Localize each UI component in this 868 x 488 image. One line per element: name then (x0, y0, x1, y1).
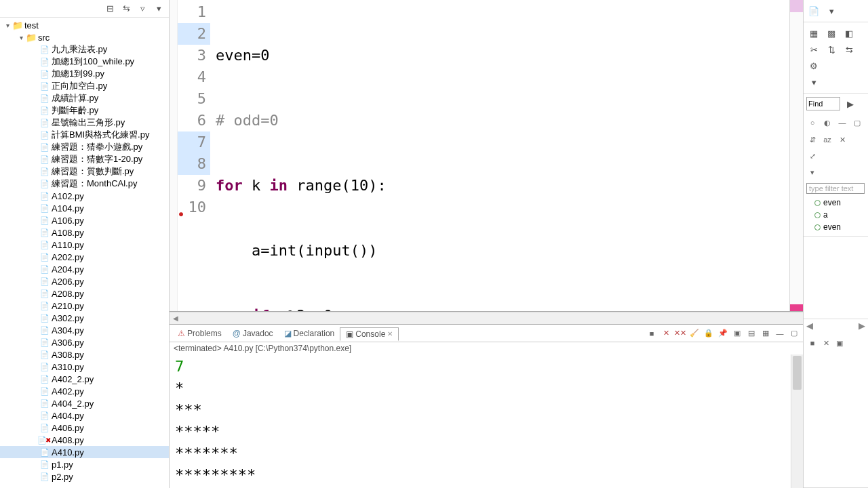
prev-icon[interactable]: ◀ (806, 321, 813, 331)
tree-file[interactable]: 📄練習題：猜數字1-20.py (0, 153, 169, 165)
close-icon[interactable]: ✕ (387, 330, 393, 338)
outline-filter[interactable] (806, 183, 865, 194)
tree-file[interactable]: 📄練習題：猜拳小遊戲.py (0, 141, 169, 153)
tree-file[interactable]: 📄A406.py (0, 422, 169, 434)
tree-src[interactable]: ▾ 📁 src (0, 31, 169, 43)
tree-file[interactable]: 📄加總1到99.py (0, 68, 169, 80)
tree-file[interactable]: 📄計算BMI與格式化練習.py (0, 129, 169, 141)
chevron-down-icon[interactable]: ▾ (16, 34, 26, 41)
tree-file[interactable]: 📄A104.py (0, 202, 169, 214)
outline-btn[interactable]: ◐ (821, 117, 833, 129)
outline-btn[interactable]: ○ (806, 117, 818, 129)
tab-javadoc[interactable]: @Javadoc (227, 327, 279, 340)
tab-problems[interactable]: ⚠Problems (172, 327, 227, 340)
tree-file[interactable]: 📄成績計算.py (0, 92, 169, 104)
chevron-down-icon[interactable]: ▾ (806, 75, 821, 89)
outline-symbol[interactable]: even (806, 197, 865, 209)
toggle-icon[interactable]: ◧ (842, 26, 856, 41)
tree-file[interactable]: 📄A108.py (0, 226, 169, 239)
tree-file[interactable]: 📄練習題：質數判斷.py (0, 165, 169, 178)
tree-file[interactable]: 📄A404.py (0, 409, 169, 422)
view-menu-icon[interactable]: ▿ (136, 3, 149, 15)
scroll-left-icon[interactable]: ◀ (170, 313, 182, 324)
tree-file[interactable]: 📄A210.py (0, 300, 169, 312)
new-icon[interactable]: 📄 (806, 3, 821, 18)
tree-file[interactable]: 📄A102.py (0, 190, 169, 202)
pin-icon[interactable]: 📌 (717, 327, 729, 340)
tab-declaration[interactable]: ◪Declaration (279, 327, 340, 340)
tree-file[interactable]: 📄A304.py (0, 324, 169, 336)
file-tree[interactable]: ▾ 📁 test ▾ 📁 src 📄九九乘法表.py📄加總1到100_while… (0, 18, 169, 488)
console-ctrl-icon[interactable]: ✕ (820, 337, 832, 349)
dropdown-icon[interactable]: ▾ (824, 3, 839, 18)
code-area[interactable]: even=0 # odd=0 for k in range(10): a=int… (210, 0, 789, 311)
tree-file[interactable]: 📄判斷年齡.py (0, 104, 169, 117)
tree-file[interactable]: 📄A402_2.py (0, 373, 169, 385)
vertical-scrollbar[interactable] (791, 354, 803, 488)
config-icon[interactable]: ⚙ (806, 58, 821, 73)
dropdown-icon[interactable]: ▾ (153, 3, 165, 15)
tree-file[interactable]: 📄星號輸出三角形.py (0, 117, 169, 129)
expand-icon[interactable]: ⤢ (806, 150, 818, 162)
tree-file[interactable]: 📄A106.py (0, 214, 169, 226)
tree-file[interactable]: 📄A204.py (0, 263, 169, 275)
tree-file[interactable]: 📄A110.py (0, 239, 169, 251)
tree-file[interactable]: 📄正向加空白.py (0, 80, 169, 92)
sort-icon[interactable]: ⇵ (806, 134, 818, 146)
cut-icon[interactable]: ✂ (806, 42, 821, 57)
tree-file[interactable]: 📄p1.py (0, 458, 169, 470)
chevron-down-icon[interactable]: ▾ (3, 22, 12, 29)
remove-icon[interactable]: ✕ (660, 327, 672, 340)
maximize-icon[interactable]: ▢ (851, 117, 863, 129)
tree-file[interactable]: 📄A206.py (0, 275, 169, 287)
terminate-icon[interactable]: ■ (646, 327, 658, 340)
tree-root[interactable]: ▾ 📁 test (0, 19, 169, 31)
toggle-icon[interactable]: ▩ (824, 26, 839, 41)
next-icon[interactable]: ▶ (859, 321, 865, 331)
console-output[interactable]: 7 * *** ***** **************** (170, 354, 803, 488)
minimize-icon[interactable]: — (774, 327, 786, 340)
tree-file[interactable]: 📄練習題：MonthCAl.py (0, 178, 169, 190)
clear-icon[interactable]: 🧹 (688, 327, 701, 340)
new-console-icon[interactable]: ▦ (760, 327, 772, 340)
tree-label: 成績計算.py (52, 92, 98, 104)
tree-file[interactable]: 📄A310.py (0, 361, 169, 373)
overview-ruler[interactable] (789, 0, 803, 311)
tree-file[interactable]: 📄加總1到100_while.py (0, 56, 169, 68)
code-editor[interactable]: 1 2 3 4 5 6 7 8 9 10 even=0 # odd=0 for … (170, 0, 803, 312)
collapse-icon[interactable]: ✕ (836, 134, 848, 146)
tree-file[interactable]: 📄A208.py (0, 287, 169, 300)
tree-file[interactable]: 📄A302.py (0, 312, 169, 324)
find-input[interactable] (806, 97, 840, 110)
remove-all-icon[interactable]: ✕✕ (674, 327, 686, 340)
outline-symbol[interactable]: a (806, 209, 865, 221)
scroll-lock-icon[interactable]: 🔒 (703, 327, 715, 340)
collapse-all-icon[interactable]: ⊟ (104, 3, 116, 15)
tree-file[interactable]: 📄A308.py (0, 348, 169, 361)
tree-toolbar: ⊟ ⇆ ▿ ▾ (0, 0, 169, 18)
tab-console[interactable]: ▣Console✕ (340, 327, 399, 341)
chevron-down-icon[interactable]: ▾ (806, 166, 818, 178)
tree-file[interactable]: 📄A410.py (0, 446, 169, 458)
console-ctrl-icon[interactable]: ■ (806, 337, 818, 349)
toggle-icon[interactable]: ▦ (806, 26, 821, 41)
display-icon[interactable]: ▣ (731, 327, 743, 340)
tree-file[interactable]: 📄✖A408.py (0, 434, 169, 446)
minimize-icon[interactable]: — (836, 117, 848, 129)
link-editor-icon[interactable]: ⇆ (120, 3, 132, 15)
tree-file[interactable]: 📄A402.py (0, 385, 169, 397)
horizontal-scrollbar[interactable]: ◀ (170, 312, 803, 324)
tree-file[interactable]: 📄九九乘法表.py (0, 43, 169, 56)
console-ctrl-icon[interactable]: ▣ (833, 337, 846, 349)
tree-file[interactable]: 📄A306.py (0, 336, 169, 348)
open-console-icon[interactable]: ▤ (745, 327, 757, 340)
maximize-icon[interactable]: ▢ (788, 327, 800, 340)
nav-icon[interactable]: ⇆ (842, 42, 856, 57)
tree-file[interactable]: 📄p2.py (0, 470, 169, 483)
filter-icon[interactable]: az (821, 134, 833, 146)
nav-icon[interactable]: ⇅ (824, 42, 839, 57)
tree-file[interactable]: 📄A404_2.py (0, 397, 169, 409)
tree-file[interactable]: 📄A202.py (0, 251, 169, 263)
outline-symbol[interactable]: even (806, 221, 865, 233)
next-icon[interactable]: ▶ (843, 96, 858, 111)
